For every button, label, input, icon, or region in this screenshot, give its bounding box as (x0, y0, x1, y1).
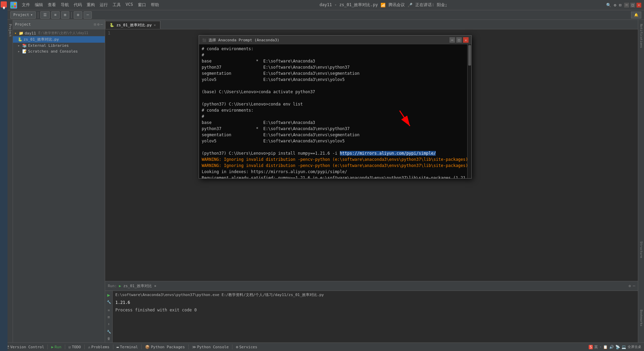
run-wrench-button[interactable]: 🔧 (106, 299, 112, 305)
editor-tab-active[interactable]: 🐍 zs_01_效率对比.py × (105, 21, 160, 29)
tree-file[interactable]: 🐍 zs_01_效率对比.py (13, 36, 105, 43)
menu-window[interactable]: 窗口 (136, 1, 148, 9)
project-dropdown[interactable]: Project ▾ (10, 11, 36, 19)
menu-navigate[interactable]: 导航 (59, 1, 71, 9)
app-logo (10, 2, 17, 9)
tree-scratches[interactable]: ▸ 📝 Scratches and Consoles (13, 48, 105, 54)
close-button[interactable]: ✕ (636, 3, 641, 8)
run-wrench2-button[interactable]: 🔧 (106, 329, 112, 334)
version-control-label: Version Control (10, 345, 44, 349)
anaconda-close[interactable]: ✕ (463, 37, 469, 43)
anaconda-maximize[interactable]: □ (456, 37, 462, 43)
maximize-button[interactable]: □ (630, 3, 635, 8)
status-div-7 (232, 345, 232, 349)
term-req-satisfied: Requirement already satisfied: numpy==1.… (202, 175, 469, 178)
run-left-panel: ▶ 🔧 ≡ ⊞ ↕ 🔧 🗑 (105, 291, 113, 342)
run-lines-button[interactable]: ≡ (106, 307, 112, 313)
project-header-icons[interactable]: ⊟ ⚙ ─ (94, 22, 103, 27)
py-file-icon: 🐍 (18, 37, 23, 42)
run-close-icon[interactable]: ─ (633, 284, 635, 288)
line-number-1: 1 (108, 31, 110, 36)
status-python-packages[interactable]: 📦 Python Packages (143, 345, 187, 349)
settings-icon[interactable]: ⚙ (614, 3, 616, 8)
status-div-1 (47, 345, 48, 349)
code-line-1: 1 (108, 31, 635, 36)
run-grid-button[interactable]: ⊞ (106, 314, 112, 320)
term-line-2: # (202, 52, 469, 58)
speaker-icon: 🔊 (609, 345, 614, 349)
status-problems[interactable]: ⚠ Problems (86, 345, 112, 349)
notifications-btn[interactable]: 🔔 (631, 12, 641, 18)
root-path: E:\教学资料\文档\个人\day11 (38, 31, 88, 36)
bookmarks-panel: Bookmarks (638, 308, 644, 342)
status-todo[interactable]: ☑ TODO (67, 345, 83, 349)
clipboard-icon: 📋 (603, 345, 608, 349)
anaconda-scroll-thumb[interactable] (468, 45, 471, 66)
run-header-right[interactable]: ⚙ ─ (629, 284, 635, 288)
run-tab-label[interactable]: zs_01_效率对比 × (123, 283, 156, 289)
status-terminal[interactable]: ▬ Terminal (115, 345, 140, 349)
csdn-sidebar: 首份 (0, 0, 8, 351)
notifications-label: Notifications (640, 24, 643, 48)
run-panel: Run: ▶ zs_01_效率对比 × ⚙ ─ ▶ 🔧 ≡ ⊞ ↕ 🔧 🗑 (105, 281, 638, 342)
settings-tree-icon[interactable]: ⚙ (97, 22, 100, 27)
run-body: ▶ 🔧 ≡ ⊞ ↕ 🔧 🗑 E:\software\Anaconda3\envs… (105, 291, 638, 342)
anaconda-terminal-content[interactable]: # conda environments: # base * E:\softwa… (199, 44, 471, 178)
menu-run[interactable]: 运行 (98, 1, 110, 9)
toolbar-minimize[interactable]: ─ (84, 11, 92, 19)
structure-panel: Structure (638, 240, 644, 308)
minimize-button[interactable]: ─ (624, 3, 629, 8)
menu-code[interactable]: 代码 (72, 1, 84, 9)
menu-edit[interactable]: 编辑 (33, 1, 45, 9)
menu-view[interactable]: 查看 (46, 1, 58, 9)
tree-external-libs[interactable]: ▸ 📚 External Libraries (13, 43, 105, 48)
tree-root[interactable]: ▾ 📁 day11 E:\教学资料\文档\个人\day11 (13, 30, 105, 36)
status-services[interactable]: ⚙ Services (234, 345, 259, 349)
run-settings-icon[interactable]: ⚙ (629, 284, 631, 288)
term-line-3: base * E:\software\Anaconda3 (202, 58, 469, 64)
toolbar-icon-3[interactable]: ⊞ (61, 11, 70, 19)
collapse-icon[interactable]: ⊟ (94, 22, 96, 27)
mic-icon: 🎤 (407, 3, 413, 8)
pip-url-highlight: https://mirrors.aliyun.com/pypi/simple/ (340, 151, 436, 156)
hide-panel-icon[interactable]: ─ (100, 22, 103, 27)
menu-refactor[interactable]: 重构 (85, 1, 97, 9)
search-icon[interactable]: 🔍 (606, 3, 611, 8)
menu-bar[interactable]: 文件 编辑 查看 导航 代码 重构 运行 工具 VCS 窗口 帮助 (20, 1, 161, 9)
secondary-toolbar: Project ▾ ☰ ≡ ⊞ ⚙ ─ 🔔 (8, 10, 644, 20)
problems-icon: ⚠ (88, 345, 90, 349)
toolbar-separator-2 (71, 12, 72, 18)
run-content: E:\software\Anaconda3\envs\python37\pyth… (113, 291, 638, 342)
run-header: Run: ▶ zs_01_效率对比 × ⚙ ─ (105, 281, 638, 291)
run-exec-path: E:\software\Anaconda3\envs\python37\pyth… (115, 292, 635, 297)
status-python-console[interactable]: ≫ Python Console (190, 345, 231, 349)
anaconda-minimize[interactable]: ─ (449, 37, 455, 43)
active-tab-close[interactable]: × (154, 23, 156, 27)
menu-file[interactable]: 文件 (20, 1, 32, 9)
run-scroll-button[interactable]: ↕ (106, 321, 112, 326)
run-status-icon: ▶ (51, 345, 54, 349)
structure-label: Structure (640, 241, 643, 258)
fullscreen-text: 全屏去桌 (628, 345, 641, 349)
menu-tools[interactable]: 工具 (111, 1, 123, 9)
anaconda-scrollbar[interactable] (467, 44, 471, 178)
run-trash-button[interactable]: 🗑 (106, 336, 112, 341)
term-line-7 (202, 83, 469, 89)
menu-help[interactable]: 帮助 (149, 1, 161, 9)
dot-sep: · (599, 345, 602, 349)
run-icon: ▶ (119, 284, 121, 288)
status-version-control[interactable]: ⎇ Version Control (3, 345, 46, 349)
term-line-13: base E:\software\Anaconda3 (202, 120, 469, 126)
toolbar-settings[interactable]: ⚙ (74, 11, 82, 19)
menu-vcs[interactable]: VCS (124, 1, 135, 9)
run-play-button[interactable]: ▶ (106, 292, 112, 298)
project-tree: ▾ 📁 day11 E:\教学资料\文档\个人\day11 🐍 zs_01_效率… (13, 29, 105, 342)
window-controls[interactable]: ─ □ ✕ (624, 3, 641, 8)
python-console-icon: ≫ (192, 345, 196, 349)
term-line-4: python37 E:\software\Anaconda3\envs\pyth… (202, 64, 469, 70)
toolbar-icon-2[interactable]: ≡ (51, 11, 60, 19)
anaconda-title-buttons[interactable]: ─ □ ✕ (449, 37, 469, 43)
toolbar-icon-1[interactable]: ☰ (40, 11, 50, 19)
status-run[interactable]: ▶ Run (49, 345, 63, 349)
project-vertical-label: Project (9, 24, 12, 37)
